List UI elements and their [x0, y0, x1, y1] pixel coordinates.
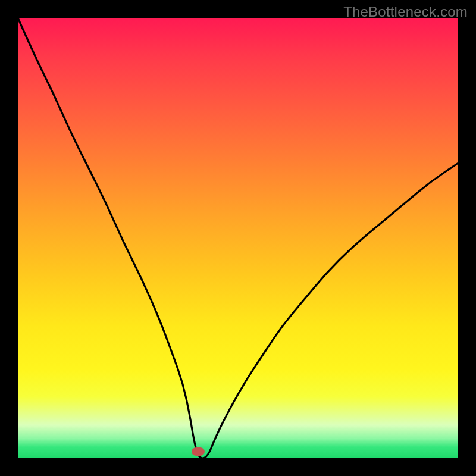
plot-area — [18, 18, 458, 458]
chart-frame: TheBottleneck.com — [0, 0, 476, 476]
bottleneck-curve — [18, 18, 458, 458]
curve-path — [18, 18, 458, 458]
optimal-point-marker — [192, 447, 205, 456]
